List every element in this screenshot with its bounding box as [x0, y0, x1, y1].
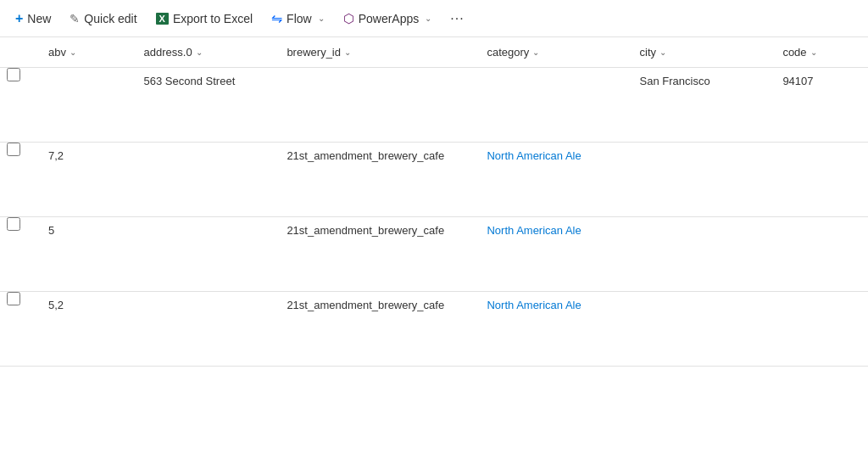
quick-edit-label: Quick edit — [84, 12, 136, 25]
cell-code — [772, 217, 868, 292]
cell-category: North American Ale — [476, 143, 629, 217]
category-sort-icon: ⌄ — [532, 48, 539, 57]
row-checkbox-cell — [0, 143, 38, 217]
powerapps-icon: ⬡ — [343, 11, 354, 26]
cell-brewery_id: 21st_amendment_brewery_cafe — [276, 143, 476, 217]
flow-chevron-icon: ⌄ — [318, 14, 325, 23]
flow-icon: ⇋ — [271, 10, 282, 26]
pencil-icon: ✎ — [70, 12, 80, 25]
address-sort-icon: ⌄ — [196, 48, 203, 57]
cell-category: North American Ale — [476, 217, 629, 292]
cell-city: San Francisco — [630, 68, 773, 143]
cell-brewery_id: 21st_amendment_brewery_cafe — [276, 292, 476, 367]
excel-icon: X — [156, 13, 169, 25]
cell-brewery_id: 21st_amendment_brewery_cafe — [276, 217, 476, 292]
table-row: 563 Second StreetSan Francisco94107 — [0, 68, 868, 143]
row-checkbox[interactable] — [7, 143, 20, 156]
cell-category — [476, 68, 629, 143]
table-header-row: abv ⌄ address.0 ⌄ brewery_id ⌄ — [0, 37, 868, 68]
cell-city — [630, 143, 773, 217]
city-sort-icon: ⌄ — [659, 48, 666, 57]
row-selector-header — [0, 37, 38, 68]
quick-edit-button[interactable]: ✎ Quick edit — [61, 7, 145, 31]
table-row: 5,221st_amendment_brewery_cafeNorth Amer… — [0, 292, 868, 367]
data-table-area: abv ⌄ address.0 ⌄ brewery_id ⌄ — [0, 37, 868, 476]
ellipsis-icon: ··· — [450, 11, 464, 25]
toolbar: + New ✎ Quick edit X Export to Excel ⇋ F… — [0, 0, 868, 37]
col-header-address[interactable]: address.0 ⌄ — [134, 37, 277, 68]
cell-address0: 563 Second Street — [134, 68, 277, 143]
export-excel-label: Export to Excel — [173, 12, 253, 25]
cell-address0 — [134, 143, 277, 217]
cell-code — [772, 292, 868, 367]
flow-label: Flow — [287, 12, 312, 25]
cell-abv: 5,2 — [38, 292, 134, 367]
more-options-button[interactable]: ··· — [442, 4, 472, 32]
row-checkbox[interactable] — [7, 292, 20, 305]
code-sort-icon: ⌄ — [810, 48, 817, 57]
row-checkbox-cell — [0, 292, 38, 367]
cell-address0 — [134, 217, 277, 292]
new-label: New — [27, 12, 51, 25]
col-header-city[interactable]: city ⌄ — [630, 37, 773, 68]
cell-abv: 7,2 — [38, 143, 134, 217]
col-header-abv[interactable]: abv ⌄ — [38, 37, 134, 68]
powerapps-chevron-icon: ⌄ — [425, 14, 431, 23]
table-row: 521st_amendment_brewery_cafeNorth Americ… — [0, 217, 868, 292]
cell-code — [772, 143, 868, 217]
row-checkbox[interactable] — [7, 68, 20, 81]
col-header-code[interactable]: code ⌄ — [772, 37, 868, 68]
data-table: abv ⌄ address.0 ⌄ brewery_id ⌄ — [0, 37, 868, 367]
cell-city — [630, 292, 773, 367]
powerapps-button[interactable]: ⬡ PowerApps ⌄ — [335, 6, 441, 31]
row-checkbox-cell — [0, 217, 38, 292]
new-button[interactable]: + New — [7, 6, 59, 31]
col-header-category[interactable]: category ⌄ — [476, 37, 629, 68]
powerapps-label: PowerApps — [359, 12, 420, 25]
cell-code: 94107 — [772, 68, 868, 143]
cell-address0 — [134, 292, 277, 367]
export-excel-button[interactable]: X Export to Excel — [147, 7, 262, 31]
flow-button[interactable]: ⇋ Flow ⌄ — [263, 5, 333, 31]
brewery-sort-icon: ⌄ — [344, 48, 351, 57]
row-checkbox[interactable] — [7, 217, 20, 231]
cell-city — [630, 217, 773, 292]
cell-brewery_id — [276, 68, 476, 143]
table-row: 7,221st_amendment_brewery_cafeNorth Amer… — [0, 143, 868, 217]
row-checkbox-cell — [0, 68, 38, 143]
cell-abv: 5 — [38, 217, 134, 292]
plus-icon: + — [15, 11, 23, 26]
abv-sort-icon: ⌄ — [70, 48, 76, 57]
cell-category: North American Ale — [476, 292, 629, 367]
col-header-brewery-id[interactable]: brewery_id ⌄ — [276, 37, 476, 68]
cell-abv — [38, 68, 134, 143]
